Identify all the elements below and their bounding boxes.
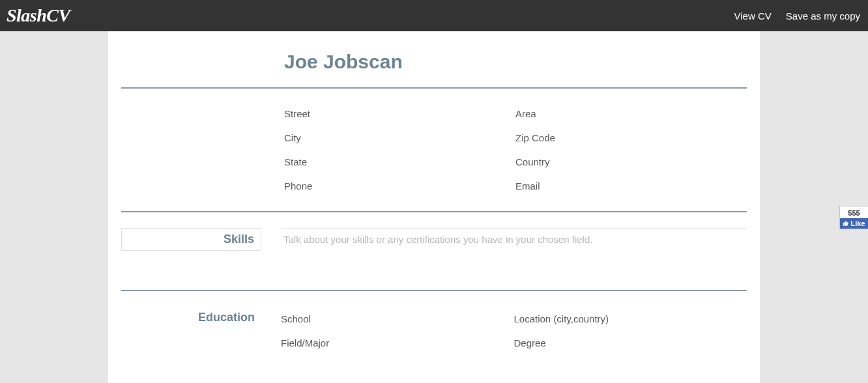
save-as-copy-link[interactable]: Save as my copy [786, 10, 860, 21]
logo[interactable]: SlashCV [7, 5, 70, 26]
school-field[interactable]: School [281, 307, 514, 331]
area-field[interactable]: Area [515, 102, 747, 126]
thumb-up-icon [843, 220, 849, 227]
cv-page: Joe Jobscan Street City State Phone Area… [108, 31, 760, 383]
zip-field[interactable]: Zip Code [515, 126, 747, 150]
education-right-col: Location (city,country) Degree [514, 307, 747, 355]
like-label: Like [850, 220, 865, 227]
state-field[interactable]: State [284, 150, 515, 174]
location-field[interactable]: Location (city,country) [514, 307, 747, 331]
like-count: 555 [840, 206, 868, 218]
skills-label-box[interactable]: Skills [121, 228, 261, 251]
view-cv-link[interactable]: View CV [734, 10, 772, 21]
contact-section: Street City State Phone Area Zip Code Co… [284, 89, 747, 211]
phone-field[interactable]: Phone [284, 174, 515, 198]
facebook-like-widget[interactable]: 555 Like [839, 206, 868, 229]
top-bar: SlashCV View CV Save as my copy [0, 0, 868, 31]
contact-left-col: Street City State Phone [284, 102, 515, 198]
top-actions: View CV Save as my copy [734, 10, 860, 21]
education-label: Education [198, 311, 255, 324]
cv-name[interactable]: Joe Jobscan [284, 51, 747, 73]
skills-label: Skills [224, 233, 254, 246]
like-button[interactable]: Like [840, 218, 868, 229]
city-field[interactable]: City [284, 126, 515, 150]
degree-field[interactable]: Degree [514, 331, 747, 355]
country-field[interactable]: Country [515, 150, 747, 174]
street-field[interactable]: Street [284, 102, 515, 126]
education-left-col: School Field/Major [281, 307, 514, 355]
contact-right-col: Area Zip Code Country Email [515, 102, 747, 198]
education-section: Education School Field/Major Location (c… [121, 291, 747, 355]
major-field[interactable]: Field/Major [281, 331, 514, 355]
skills-section: Skills Talk about your skills or any cer… [121, 212, 747, 251]
skills-input[interactable]: Talk about your skills or any certificat… [281, 228, 747, 250]
education-label-box[interactable]: Education [121, 307, 261, 328]
email-field[interactable]: Email [515, 174, 747, 198]
